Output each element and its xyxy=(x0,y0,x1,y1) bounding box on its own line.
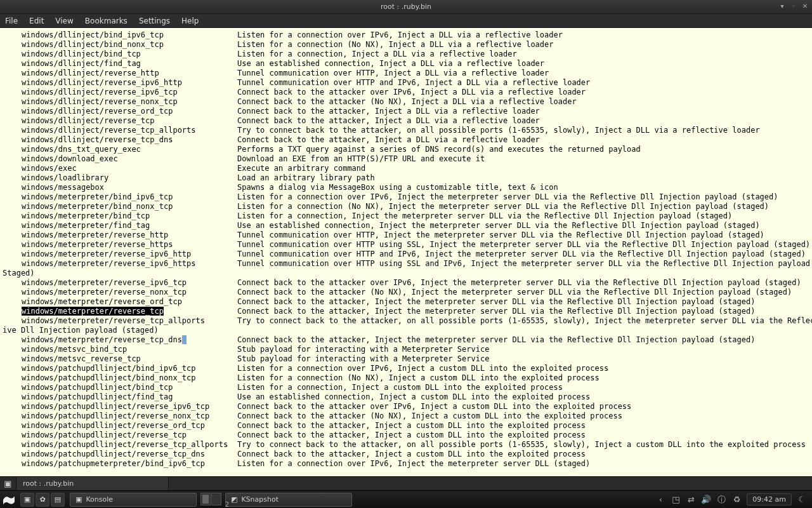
payload-desc: Listen for a connection over IPv6, Injec… xyxy=(237,192,809,202)
payload-name: windows/patchupmeterpreter/bind_ipv6_tcp xyxy=(22,459,237,469)
payload-desc: Spawns a dialog via MessageBox using a c… xyxy=(237,183,809,192)
payload-name: windows/meterpreter/bind_ipv6_tcp xyxy=(22,192,237,202)
pager-count: 2 xyxy=(225,501,229,508)
payload-name: windows/patchupdllinject/bind_tcp xyxy=(22,383,237,392)
payload-desc: Connect back to the attacker, Inject a D… xyxy=(237,107,809,116)
menu-file[interactable]: File xyxy=(5,17,18,25)
menubar: File Edit View Bookmarks Settings Help xyxy=(0,14,812,28)
payload-row: windows/patchupdllinject/reverse_tcp_all… xyxy=(3,440,809,450)
titlebar[interactable]: root : .ruby.bin ▾ ◦ ✕ xyxy=(0,0,812,14)
menu-bookmarks[interactable]: Bookmarks xyxy=(85,17,128,25)
payload-name: windows/dllinject/reverse_ord_tcp xyxy=(22,107,237,116)
payload-row: windows/patchupdllinject/reverse_ipv6_tc… xyxy=(3,402,809,411)
payload-row-wrap: ive Dll Injection payload (staged) xyxy=(3,326,809,335)
payload-desc: Tunnel communication over HTTP, Inject a… xyxy=(237,69,809,78)
tray-moon-icon[interactable]: ☾ xyxy=(797,495,807,505)
payload-desc: Stub payload for interacting with a Mete… xyxy=(237,354,809,364)
maximize-icon[interactable]: ◦ xyxy=(789,1,798,10)
tab-active[interactable]: root : .ruby.bin xyxy=(16,477,169,491)
payload-desc: Connect back to the attacker (No NX), In… xyxy=(237,288,809,297)
payload-name: windows/dllinject/reverse_tcp xyxy=(22,116,237,126)
payload-desc: Connect back to the attacker over IPv6, … xyxy=(237,88,809,97)
payload-row: windows/dllinject/reverse_tcpConnect bac… xyxy=(3,116,809,126)
payload-desc: Connect back to the attacker, Inject the… xyxy=(237,297,809,307)
payload-row: windows/patchupdllinject/bind_tcpListen … xyxy=(3,383,809,392)
payload-desc: Listen for a connection (No NX), Inject … xyxy=(237,40,809,50)
menu-edit[interactable]: Edit xyxy=(29,17,44,25)
ksnapshot-icon: ◩ xyxy=(231,495,237,504)
tray-clock[interactable]: 09:42 am xyxy=(747,493,792,505)
tray-update-icon[interactable]: ♻ xyxy=(731,495,742,505)
payload-name: windows/patchupdllinject/reverse_nonx_tc… xyxy=(22,411,237,421)
payload-name: windows/patchupdllinject/find_tag xyxy=(22,392,237,402)
payload-name: windows/dllinject/reverse_ipv6_tcp xyxy=(22,88,237,97)
terminal-output[interactable]: windows/dllinject/bind_ipv6_tcpListen fo… xyxy=(0,28,812,476)
pager-desktop-2[interactable] xyxy=(211,493,221,505)
payload-name: windows/dllinject/bind_tcp xyxy=(22,50,237,59)
payload-row: windows/dllinject/reverse_tcp_dnsConnect… xyxy=(3,135,809,145)
payload-name: windows/patchupdllinject/reverse_tcp_all… xyxy=(22,440,237,450)
tray-volume-icon[interactable]: 🔊 xyxy=(701,495,711,505)
tray-network-icon[interactable]: ⇄ xyxy=(686,495,696,505)
payload-row: windows/patchupdllinject/bind_ipv6_tcpLi… xyxy=(3,364,809,373)
window-controls: ▾ ◦ ✕ xyxy=(778,1,809,10)
payload-row: windows/execExecute an arbitrary command xyxy=(3,164,809,173)
payload-name: windows/meterpreter/reverse_ipv6_http xyxy=(22,250,237,259)
new-tab-button[interactable]: ▣ xyxy=(0,477,16,491)
payload-row: windows/meterpreter/reverse_ipv6_httpsTu… xyxy=(3,259,809,269)
payload-name: windows/metsvc_reverse_tcp xyxy=(22,354,237,364)
payload-row: windows/dllinject/find_tagUse an establi… xyxy=(3,59,809,69)
payload-desc: Load an arbitrary library path xyxy=(237,173,809,183)
payload-name: windows/patchupdllinject/bind_ipv6_tcp xyxy=(22,364,237,373)
menu-view[interactable]: View xyxy=(55,17,73,25)
task-ksnapshot[interactable]: ◩ KSnapshot xyxy=(225,493,352,507)
payload-desc: Connect back to the attacker, Inject a D… xyxy=(237,116,809,126)
payload-name: windows/metsvc_bind_tcp xyxy=(22,345,237,354)
payload-desc: Try to connect back to the attacker, on … xyxy=(237,316,812,326)
tray-info-icon[interactable]: ⓘ xyxy=(716,495,726,505)
payload-name: windows/meterpreter/find_tag xyxy=(22,221,237,231)
payload-desc: Tunnel communication over HTTP and IPv6,… xyxy=(237,78,809,88)
payload-desc: Listen for a connection (No NX), Inject … xyxy=(237,373,809,383)
pager-desktop-1[interactable] xyxy=(200,493,211,505)
close-icon[interactable]: ✕ xyxy=(801,1,809,10)
payload-desc: Listen for a connection, Inject a DLL vi… xyxy=(237,50,809,59)
payload-desc: Tunnel communication over HTTP using SSL… xyxy=(237,259,812,269)
payload-desc: Try to connect back to the attacker, on … xyxy=(237,440,809,450)
menu-settings[interactable]: Settings xyxy=(139,17,170,25)
payload-name: windows/patchupdllinject/reverse_ord_tcp xyxy=(22,421,237,431)
quicklaunch-settings-icon[interactable]: ✿ xyxy=(36,493,49,507)
payload-desc: Connect back to the attacker (No NX), In… xyxy=(237,97,809,107)
payload-name: windows/patchupdllinject/reverse_ipv6_tc… xyxy=(22,402,237,411)
payload-desc: Connect back to the attacker over IPv6, … xyxy=(237,278,809,288)
payload-row: windows/dllinject/bind_tcpListen for a c… xyxy=(3,50,809,59)
tray-clipboard-icon[interactable]: ◳ xyxy=(671,495,681,505)
terminal-window: root : .ruby.bin ▾ ◦ ✕ File Edit View Bo… xyxy=(0,0,812,508)
payload-desc: Connect back to the attacker, Inject the… xyxy=(237,335,809,345)
task-buttons: ▣ Konsole 2 ◩ KSnapshot xyxy=(67,493,355,507)
payload-desc: Download an EXE from an HTTP(S)/FTP URL … xyxy=(237,154,809,164)
quicklaunch-terminal-icon[interactable]: ▣ xyxy=(20,493,34,507)
menu-help[interactable]: Help xyxy=(181,17,199,25)
payload-desc: Connect back to the attacker, Inject a c… xyxy=(237,431,809,440)
start-button[interactable] xyxy=(0,491,18,509)
payload-desc: Tunnel communication over HTTP, Inject t… xyxy=(237,231,809,240)
payload-desc: Tunnel communication over HTTP and IPv6,… xyxy=(237,250,809,259)
payload-row: windows/dllinject/reverse_ipv6_tcpConnec… xyxy=(3,88,809,97)
payload-name: windows/dllinject/bind_ipv6_tcp xyxy=(22,30,237,40)
payload-row: windows/patchupdllinject/reverse_nonx_tc… xyxy=(3,411,809,421)
payload-desc: Listen for a connection over IPv6, Injec… xyxy=(237,30,809,40)
task-konsole[interactable]: ▣ Konsole xyxy=(70,493,197,507)
payload-row: windows/dllinject/bind_ipv6_tcpListen fo… xyxy=(3,30,809,40)
payload-desc: Tunnel communication over HTTP using SSL… xyxy=(237,240,810,250)
payload-name: windows/dllinject/reverse_ipv6_http xyxy=(22,78,237,88)
payload-row: windows/meterpreter/reverse_ipv6_httpTun… xyxy=(3,250,809,259)
payload-name: windows/patchupdllinject/reverse_tcp_dns xyxy=(22,450,237,459)
tray-chevron-icon[interactable]: ‹ xyxy=(655,495,665,505)
payload-desc: Use an established connection, Inject a … xyxy=(237,59,809,69)
payload-desc: Listen for a connection over IPv6, Injec… xyxy=(237,364,809,373)
minimize-icon[interactable]: ▾ xyxy=(778,1,787,10)
payload-desc: Connect back to the attacker over IPv6, … xyxy=(237,402,809,411)
quicklaunch-files-icon[interactable]: ▤ xyxy=(51,493,65,507)
payload-desc: Performs a TXT query against a series of… xyxy=(237,145,809,154)
